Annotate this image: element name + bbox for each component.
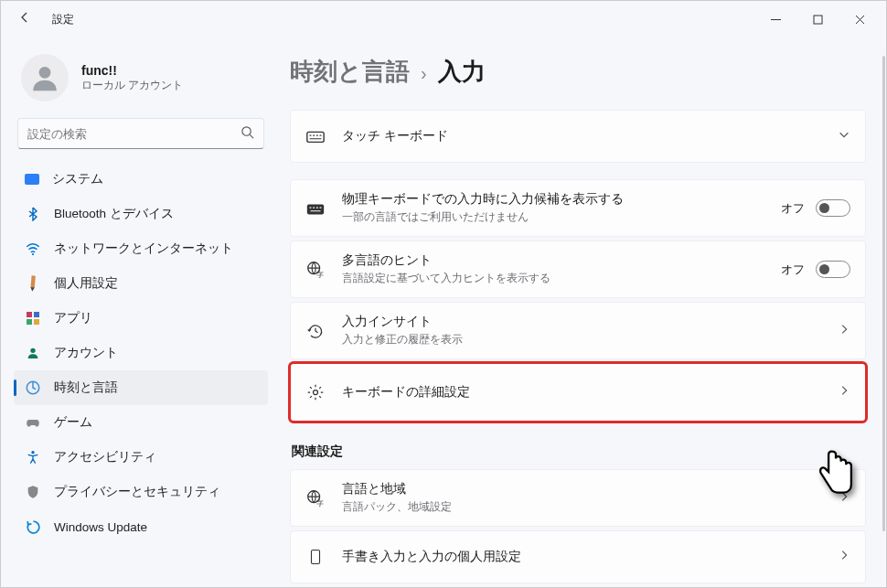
toggle-switch[interactable] (816, 199, 850, 217)
apps-icon (25, 310, 41, 326)
chevron-right-icon (838, 549, 850, 565)
toggle-state-label: オフ (781, 262, 805, 278)
svg-rect-0 (814, 16, 822, 24)
svg-rect-11 (307, 132, 324, 142)
nav-label: アプリ (54, 310, 92, 326)
nav-apps[interactable]: アプリ (14, 301, 268, 336)
svg-rect-7 (34, 319, 39, 325)
card-handwriting-personalization[interactable]: 手書き入力と入力の個人用設定 (290, 530, 866, 583)
gamepad-icon (25, 414, 41, 431)
shield-icon (25, 484, 41, 500)
person-icon (25, 345, 41, 361)
svg-point-15 (314, 390, 318, 395)
svg-rect-12 (307, 204, 324, 214)
nav-label: システム (52, 171, 103, 187)
nav-label: ゲーム (54, 414, 92, 431)
window-title: 設定 (45, 12, 74, 27)
breadcrumb-current: 入力 (438, 56, 486, 88)
card-multilingual-hints[interactable]: 字 多言語のヒント 言語設定に基づいて入力ヒントを表示する オフ (290, 241, 866, 298)
chevron-right-icon (838, 490, 850, 507)
svg-text:字: 字 (316, 499, 324, 508)
avatar (21, 54, 69, 102)
nav-windows-update[interactable]: Windows Update (14, 509, 268, 544)
wifi-icon (25, 241, 41, 257)
card-advanced-keyboard-settings[interactable]: キーボードの詳細設定 (290, 363, 866, 422)
card-title: 多言語のヒント (342, 252, 764, 269)
nav-accessibility[interactable]: アクセシビリティ (14, 440, 268, 475)
nav-personalization[interactable]: 個人用設定 (14, 266, 268, 301)
search-icon (240, 125, 254, 143)
breadcrumb-parent[interactable]: 時刻と言語 (290, 56, 410, 88)
nav-time-language[interactable]: 時刻と言語 (14, 370, 268, 405)
search-box[interactable] (17, 118, 264, 149)
brush-icon (21, 272, 44, 294)
minimize-button[interactable] (754, 5, 796, 34)
svg-rect-5 (34, 312, 39, 317)
search-input[interactable] (27, 127, 240, 141)
history-icon (305, 321, 326, 341)
svg-point-2 (242, 126, 251, 134)
globe-text-icon: 字 (305, 260, 326, 280)
related-settings-heading: 関連設定 (292, 444, 866, 460)
nav-label: ネットワークとインターネット (54, 241, 233, 257)
card-physical-keyboard-suggestions[interactable]: 物理キーボードでの入力時に入力候補を表示する 一部の言語ではご利用いただけません… (290, 179, 866, 237)
back-button[interactable] (17, 10, 45, 28)
card-title: 手書き入力と入力の個人用設定 (342, 549, 821, 565)
nav-bluetooth[interactable]: Bluetooth とデバイス (14, 197, 268, 231)
svg-point-8 (30, 348, 35, 353)
card-title: キーボードの詳細設定 (342, 384, 821, 401)
svg-point-3 (32, 253, 34, 255)
card-touch-keyboard[interactable]: タッチ キーボード (290, 110, 866, 163)
card-subtitle: 言語設定に基づいて入力ヒントを表示する (342, 271, 764, 286)
profile-sub: ローカル アカウント (81, 78, 183, 93)
profile-block[interactable]: func!! ローカル アカウント (14, 45, 268, 118)
nav-label: 個人用設定 (54, 275, 118, 292)
card-language-region[interactable]: 字 言語と地域 言語パック、地域設定 (290, 469, 866, 527)
svg-rect-18 (312, 551, 320, 564)
card-subtitle: 入力と修正の履歴を表示 (342, 332, 821, 347)
nav-network[interactable]: ネットワークとインターネット (14, 231, 268, 266)
toggle-switch[interactable] (816, 261, 850, 278)
maximize-button[interactable] (796, 5, 839, 34)
globe-text-icon: 字 (305, 488, 326, 508)
nav-label: Windows Update (54, 520, 147, 534)
nav-label: 時刻と言語 (54, 380, 118, 396)
chevron-right-icon (838, 384, 850, 401)
nav-label: アクセシビリティ (54, 449, 156, 465)
card-title: 入力インサイト (342, 314, 821, 330)
main-content: 時刻と言語 › 入力 タッチ キーボード 物理キーボードでの入力時に入力候補を表… (275, 37, 886, 587)
profile-name: func!! (81, 63, 183, 78)
card-input-insights[interactable]: 入力インサイト 入力と修正の履歴を表示 (290, 302, 866, 359)
update-icon (25, 519, 41, 535)
card-subtitle: 言語パック、地域設定 (342, 499, 821, 515)
close-button[interactable] (839, 5, 881, 34)
chevron-down-icon (838, 128, 850, 144)
bluetooth-icon (25, 206, 41, 222)
globe-clock-icon (25, 380, 41, 396)
nav-privacy[interactable]: プライバシーとセキュリティ (14, 475, 268, 509)
nav-label: プライバシーとセキュリティ (54, 484, 220, 500)
keyboard-solid-icon (305, 198, 326, 219)
sidebar: func!! ローカル アカウント システム Bluetooth とデバイス ネ… (1, 37, 275, 587)
nav-gaming[interactable]: ゲーム (14, 405, 268, 440)
nav-accounts[interactable]: アカウント (14, 336, 268, 370)
svg-rect-4 (27, 312, 32, 317)
card-title: 言語と地域 (342, 481, 821, 497)
svg-point-1 (39, 67, 51, 79)
card-title: タッチ キーボード (342, 128, 821, 144)
toggle-state-label: オフ (781, 200, 805, 217)
nav-system[interactable]: システム (14, 162, 268, 197)
svg-text:字: 字 (316, 271, 324, 279)
nav-label: Bluetooth とデバイス (54, 206, 174, 222)
svg-point-10 (31, 451, 34, 454)
chevron-right-icon: › (421, 63, 427, 84)
accessibility-icon (25, 449, 41, 465)
device-icon (305, 547, 326, 567)
nav-label: アカウント (54, 345, 118, 361)
breadcrumb: 時刻と言語 › 入力 (290, 48, 866, 110)
gear-icon (305, 382, 326, 402)
card-title: 物理キーボードでの入力時に入力候補を表示する (342, 191, 764, 208)
scrollbar[interactable] (882, 56, 885, 531)
svg-rect-6 (27, 319, 32, 325)
keyboard-icon (305, 126, 326, 146)
